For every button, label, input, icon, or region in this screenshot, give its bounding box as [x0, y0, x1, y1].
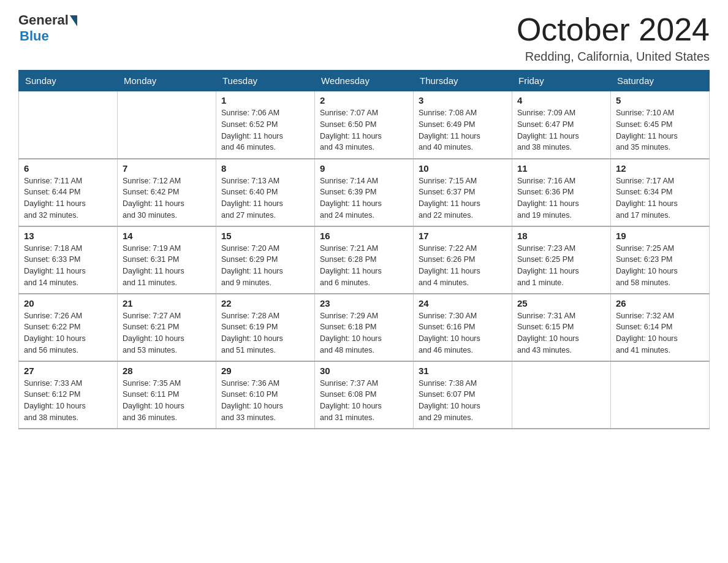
calendar-cell: 24Sunrise: 7:30 AMSunset: 6:16 PMDayligh… — [414, 294, 512, 361]
calendar-cell: 3Sunrise: 7:08 AMSunset: 6:49 PMDaylight… — [414, 91, 512, 159]
calendar-cell: 7Sunrise: 7:12 AMSunset: 6:42 PMDaylight… — [118, 159, 216, 226]
day-number: 20 — [24, 298, 112, 308]
day-number: 21 — [123, 298, 211, 308]
day-number: 13 — [24, 231, 112, 241]
day-info: Sunrise: 7:29 AMSunset: 6:18 PMDaylight:… — [320, 310, 408, 356]
day-info: Sunrise: 7:16 AMSunset: 6:36 PMDaylight:… — [517, 175, 605, 221]
day-number: 26 — [616, 298, 704, 308]
calendar-cell: 6Sunrise: 7:11 AMSunset: 6:44 PMDaylight… — [19, 159, 118, 226]
calendar-cell: 31Sunrise: 7:38 AMSunset: 6:07 PMDayligh… — [414, 361, 512, 429]
day-number: 31 — [419, 366, 507, 376]
title-section: October 2024 Redding, California, United… — [517, 12, 710, 64]
weekday-header-thursday: Thursday — [414, 71, 512, 91]
location-title: Redding, California, United States — [517, 50, 710, 64]
day-info: Sunrise: 7:25 AMSunset: 6:23 PMDaylight:… — [616, 243, 704, 289]
calendar-cell: 2Sunrise: 7:07 AMSunset: 6:50 PMDaylight… — [315, 91, 414, 159]
day-number: 16 — [320, 231, 408, 241]
calendar-cell: 18Sunrise: 7:23 AMSunset: 6:25 PMDayligh… — [512, 226, 611, 294]
month-title: October 2024 — [517, 12, 710, 47]
day-info: Sunrise: 7:23 AMSunset: 6:25 PMDaylight:… — [517, 243, 605, 289]
calendar-cell: 1Sunrise: 7:06 AMSunset: 6:52 PMDaylight… — [216, 91, 315, 159]
calendar-cell: 14Sunrise: 7:19 AMSunset: 6:31 PMDayligh… — [118, 226, 216, 294]
day-info: Sunrise: 7:10 AMSunset: 6:45 PMDaylight:… — [616, 107, 704, 153]
calendar-cell: 16Sunrise: 7:21 AMSunset: 6:28 PMDayligh… — [315, 226, 414, 294]
calendar-cell: 17Sunrise: 7:22 AMSunset: 6:26 PMDayligh… — [414, 226, 512, 294]
day-info: Sunrise: 7:19 AMSunset: 6:31 PMDaylight:… — [123, 243, 211, 289]
weekday-header-sunday: Sunday — [19, 71, 118, 91]
day-info: Sunrise: 7:08 AMSunset: 6:49 PMDaylight:… — [419, 107, 507, 153]
weekday-header-row: SundayMondayTuesdayWednesdayThursdayFrid… — [19, 71, 710, 91]
day-number: 9 — [320, 163, 408, 174]
day-number: 2 — [320, 95, 408, 105]
calendar-cell: 15Sunrise: 7:20 AMSunset: 6:29 PMDayligh… — [216, 226, 315, 294]
day-number: 14 — [123, 231, 211, 241]
day-number: 22 — [221, 298, 309, 308]
day-info: Sunrise: 7:13 AMSunset: 6:40 PMDaylight:… — [221, 175, 309, 221]
calendar-cell: 13Sunrise: 7:18 AMSunset: 6:33 PMDayligh… — [19, 226, 118, 294]
day-number: 24 — [419, 298, 507, 308]
calendar-cell: 30Sunrise: 7:37 AMSunset: 6:08 PMDayligh… — [315, 361, 414, 429]
day-info: Sunrise: 7:17 AMSunset: 6:34 PMDaylight:… — [616, 175, 704, 221]
logo: General Blue — [18, 12, 77, 44]
weekday-header-tuesday: Tuesday — [216, 71, 315, 91]
logo-general-text: General — [18, 12, 69, 28]
day-number: 28 — [123, 366, 211, 376]
calendar-cell: 10Sunrise: 7:15 AMSunset: 6:37 PMDayligh… — [414, 159, 512, 226]
calendar-week-row: 27Sunrise: 7:33 AMSunset: 6:12 PMDayligh… — [19, 361, 710, 429]
day-info: Sunrise: 7:12 AMSunset: 6:42 PMDaylight:… — [123, 175, 211, 221]
calendar-week-row: 1Sunrise: 7:06 AMSunset: 6:52 PMDaylight… — [19, 91, 710, 159]
calendar-table: SundayMondayTuesdayWednesdayThursdayFrid… — [18, 70, 710, 429]
day-number: 1 — [221, 95, 309, 105]
day-info: Sunrise: 7:31 AMSunset: 6:15 PMDaylight:… — [517, 310, 605, 356]
weekday-header-saturday: Saturday — [611, 71, 710, 91]
calendar-cell — [611, 361, 710, 429]
day-info: Sunrise: 7:33 AMSunset: 6:12 PMDaylight:… — [24, 378, 112, 424]
day-info: Sunrise: 7:21 AMSunset: 6:28 PMDaylight:… — [320, 243, 408, 289]
day-info: Sunrise: 7:36 AMSunset: 6:10 PMDaylight:… — [221, 378, 309, 424]
calendar-cell: 5Sunrise: 7:10 AMSunset: 6:45 PMDaylight… — [611, 91, 710, 159]
calendar-cell: 26Sunrise: 7:32 AMSunset: 6:14 PMDayligh… — [611, 294, 710, 361]
day-info: Sunrise: 7:09 AMSunset: 6:47 PMDaylight:… — [517, 107, 605, 153]
day-info: Sunrise: 7:14 AMSunset: 6:39 PMDaylight:… — [320, 175, 408, 221]
calendar-cell: 29Sunrise: 7:36 AMSunset: 6:10 PMDayligh… — [216, 361, 315, 429]
logo-arrow-icon — [70, 15, 77, 26]
day-number: 5 — [616, 95, 704, 105]
calendar-cell: 8Sunrise: 7:13 AMSunset: 6:40 PMDaylight… — [216, 159, 315, 226]
weekday-header-monday: Monday — [118, 71, 216, 91]
day-info: Sunrise: 7:18 AMSunset: 6:33 PMDaylight:… — [24, 243, 112, 289]
calendar-cell: 23Sunrise: 7:29 AMSunset: 6:18 PMDayligh… — [315, 294, 414, 361]
day-info: Sunrise: 7:15 AMSunset: 6:37 PMDaylight:… — [419, 175, 507, 221]
day-number: 12 — [616, 163, 704, 174]
calendar-cell: 27Sunrise: 7:33 AMSunset: 6:12 PMDayligh… — [19, 361, 118, 429]
day-number: 10 — [419, 163, 507, 174]
day-info: Sunrise: 7:20 AMSunset: 6:29 PMDaylight:… — [221, 243, 309, 289]
calendar-cell: 25Sunrise: 7:31 AMSunset: 6:15 PMDayligh… — [512, 294, 611, 361]
calendar-cell: 11Sunrise: 7:16 AMSunset: 6:36 PMDayligh… — [512, 159, 611, 226]
calendar-cell — [19, 91, 118, 159]
day-number: 7 — [123, 163, 211, 174]
calendar-cell: 20Sunrise: 7:26 AMSunset: 6:22 PMDayligh… — [19, 294, 118, 361]
day-info: Sunrise: 7:11 AMSunset: 6:44 PMDaylight:… — [24, 175, 112, 221]
calendar-cell: 4Sunrise: 7:09 AMSunset: 6:47 PMDaylight… — [512, 91, 611, 159]
day-number: 3 — [419, 95, 507, 105]
day-number: 4 — [517, 95, 605, 105]
day-info: Sunrise: 7:37 AMSunset: 6:08 PMDaylight:… — [320, 378, 408, 424]
day-number: 8 — [221, 163, 309, 174]
day-info: Sunrise: 7:07 AMSunset: 6:50 PMDaylight:… — [320, 107, 408, 153]
calendar-cell: 21Sunrise: 7:27 AMSunset: 6:21 PMDayligh… — [118, 294, 216, 361]
day-number: 11 — [517, 163, 605, 174]
calendar-cell: 12Sunrise: 7:17 AMSunset: 6:34 PMDayligh… — [611, 159, 710, 226]
day-info: Sunrise: 7:28 AMSunset: 6:19 PMDaylight:… — [221, 310, 309, 356]
calendar-cell — [118, 91, 216, 159]
calendar-cell: 28Sunrise: 7:35 AMSunset: 6:11 PMDayligh… — [118, 361, 216, 429]
calendar-week-row: 20Sunrise: 7:26 AMSunset: 6:22 PMDayligh… — [19, 294, 710, 361]
day-number: 23 — [320, 298, 408, 308]
logo-blue-text: Blue — [20, 28, 49, 44]
day-number: 15 — [221, 231, 309, 241]
day-info: Sunrise: 7:06 AMSunset: 6:52 PMDaylight:… — [221, 107, 309, 153]
calendar-cell — [512, 361, 611, 429]
calendar-cell: 22Sunrise: 7:28 AMSunset: 6:19 PMDayligh… — [216, 294, 315, 361]
day-info: Sunrise: 7:32 AMSunset: 6:14 PMDaylight:… — [616, 310, 704, 356]
day-number: 29 — [221, 366, 309, 376]
day-number: 18 — [517, 231, 605, 241]
